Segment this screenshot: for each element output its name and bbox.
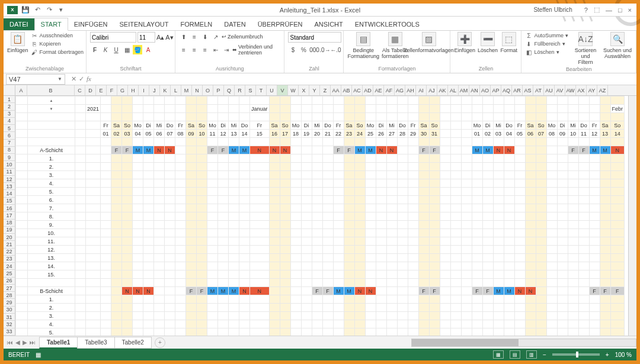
normal-view-icon[interactable]: ▦ — [493, 350, 504, 359]
border-button[interactable]: ▦ — [122, 45, 132, 54]
conditional-formatting-button[interactable]: ▤Bedingte Formatierung — [347, 32, 379, 59]
col-header-AD[interactable]: AD — [363, 85, 373, 95]
col-header-G[interactable]: G — [117, 85, 128, 95]
clear-button[interactable]: ◧Löschen ▾ — [525, 49, 568, 56]
percent-icon[interactable]: % — [299, 45, 308, 54]
horizontal-scrollbar[interactable] — [411, 339, 636, 347]
ribbon-tab-entwicklertools[interactable]: ENTWICKLERTOOLS — [349, 18, 425, 30]
col-header-O[interactable]: O — [203, 85, 213, 95]
col-header-AW[interactable]: AW — [565, 85, 576, 95]
row-header-19[interactable]: 19 — [4, 227, 15, 234]
col-header-AR[interactable]: AR — [512, 85, 523, 95]
format-cells-button[interactable]: ⬚Format — [500, 32, 517, 53]
comma-icon[interactable]: 000 — [309, 45, 319, 54]
col-header-AK[interactable]: AK — [437, 85, 448, 95]
row-header-7[interactable]: 7 — [4, 140, 15, 147]
maximize-icon[interactable]: □ — [618, 7, 622, 14]
indent-decrease-icon[interactable]: ⇤ — [211, 45, 220, 54]
cells-area[interactable]: ▲▼2021JanuarFebrFrSaSoMoDiMiDoFrSaSoMoDi… — [15, 96, 636, 336]
ribbon-tab-seitenlayout[interactable]: SEITENLAYOUT — [113, 18, 174, 30]
sheet-tab-tabelle2[interactable]: Tabelle2 — [114, 337, 152, 349]
enter-formula-icon[interactable]: ✓ — [79, 75, 84, 83]
decrease-decimal-icon[interactable]: ←.0 — [331, 45, 340, 54]
col-header-F[interactable]: F — [107, 85, 117, 95]
col-header-H[interactable]: H — [128, 85, 139, 95]
ribbon-tab-ansicht[interactable]: ANSICHT — [308, 18, 348, 30]
col-header-AF[interactable]: AF — [384, 85, 395, 95]
number-format-combo[interactable] — [288, 32, 341, 43]
cut-button[interactable]: ✂Ausschneiden — [31, 32, 84, 39]
zoom-slider[interactable] — [552, 353, 600, 356]
row-header-16[interactable]: 16 — [4, 205, 15, 212]
row-header-12[interactable]: 12 — [4, 176, 15, 183]
align-bottom-icon[interactable]: ⬇ — [200, 32, 210, 41]
tab-scroll-last-icon[interactable]: ⏭ — [30, 339, 36, 346]
tab-scroll-first-icon[interactable]: ⏮ — [7, 339, 13, 346]
row-header-6[interactable]: 6 — [4, 132, 15, 139]
col-header-Q[interactable]: Q — [224, 85, 235, 95]
row-header-17[interactable]: 17 — [4, 212, 15, 219]
row-header-21[interactable]: 21 — [4, 241, 15, 248]
page-layout-view-icon[interactable]: ▤ — [510, 350, 520, 359]
row-header-9[interactable]: 9 — [4, 154, 15, 161]
delete-cells-button[interactable]: ➖Löschen — [478, 32, 498, 53]
row-header-23[interactable]: 23 — [4, 256, 15, 263]
row-header-14[interactable]: 14 — [4, 190, 15, 197]
col-header-K[interactable]: K — [160, 85, 171, 95]
align-center-icon[interactable]: ≡ — [190, 45, 199, 54]
ribbon-tab-start[interactable]: START — [34, 18, 68, 31]
col-header-AQ[interactable]: AQ — [501, 85, 512, 95]
fx-icon[interactable]: fx — [87, 75, 91, 83]
col-header-AX[interactable]: AX — [576, 85, 587, 95]
vertical-scrollbar[interactable] — [628, 96, 636, 336]
merge-button[interactable]: ⬌Verbinden und zentrieren — [232, 44, 280, 56]
row-header-13[interactable]: 13 — [4, 183, 15, 190]
redo-icon[interactable]: ↷ — [45, 6, 53, 14]
row-header-2[interactable]: 2 — [4, 103, 15, 110]
col-header-AM[interactable]: AM — [459, 85, 469, 95]
col-header-T[interactable]: T — [256, 85, 267, 95]
tab-scroll-next-icon[interactable]: ▶ — [23, 339, 27, 346]
col-header-D[interactable]: D — [85, 85, 96, 95]
row-header-3[interactable]: 3 — [4, 111, 15, 118]
col-header-U[interactable]: U — [267, 85, 277, 95]
select-all-corner[interactable] — [4, 85, 15, 96]
name-box[interactable]: V47▼ — [6, 74, 65, 85]
col-header-L[interactable]: L — [171, 85, 181, 95]
col-header-A[interactable]: A — [15, 85, 27, 95]
cell-styles-button[interactable]: ▨Zellenformatvorlagen — [411, 32, 447, 53]
col-header-AY[interactable]: AY — [587, 85, 597, 95]
col-header-S[interactable]: S — [245, 85, 256, 95]
align-right-icon[interactable]: ≡ — [200, 45, 210, 54]
row-header-31[interactable]: 31 — [4, 314, 15, 321]
row-header-29[interactable]: 29 — [4, 299, 15, 306]
col-header-X[interactable]: X — [299, 85, 309, 95]
decrease-font-icon[interactable]: A▾ — [165, 34, 173, 41]
row-header-4[interactable]: 4 — [4, 118, 15, 125]
align-left-icon[interactable]: ≡ — [179, 45, 188, 54]
fill-color-button[interactable]: 🪣 — [133, 45, 142, 54]
orientation-icon[interactable]: ↗ — [211, 32, 220, 41]
page-break-view-icon[interactable]: ▥ — [526, 350, 537, 359]
qat-dropdown-icon[interactable]: ▾ — [57, 6, 65, 14]
col-header-V[interactable]: V — [277, 85, 288, 95]
row-header-22[interactable]: 22 — [4, 249, 15, 256]
sort-filter-button[interactable]: A↓ZSortieren und Filtern — [571, 32, 600, 65]
format-as-table-button[interactable]: ▦Als Tabelle formatieren — [382, 32, 409, 59]
tab-scroll-prev-icon[interactable]: ◀ — [15, 339, 20, 346]
undo-icon[interactable]: ↶ — [33, 6, 41, 14]
col-header-AG[interactable]: AG — [395, 85, 405, 95]
align-middle-icon[interactable]: ≡ — [190, 32, 199, 41]
row-header-28[interactable]: 28 — [4, 292, 15, 299]
increase-decimal-icon[interactable]: .0→ — [320, 45, 329, 54]
col-header-Z[interactable]: Z — [320, 85, 331, 95]
autosum-button[interactable]: ΣAutoSumme ▾ — [525, 32, 568, 39]
col-header-AE[interactable]: AE — [373, 85, 384, 95]
row-header-32[interactable]: 32 — [4, 321, 15, 328]
underline-button[interactable]: U — [111, 45, 121, 54]
row-header-5[interactable]: 5 — [4, 125, 15, 132]
col-header-AU[interactable]: AU — [544, 85, 555, 95]
col-header-AO[interactable]: AO — [480, 85, 491, 95]
col-header-C[interactable]: C — [75, 85, 85, 95]
col-header-AN[interactable]: AN — [469, 85, 480, 95]
